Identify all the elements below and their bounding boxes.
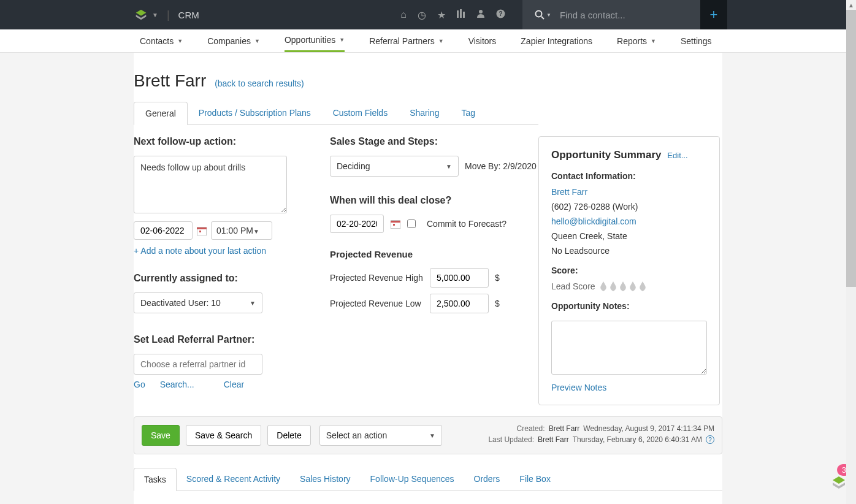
rev-high-input[interactable] <box>430 268 489 288</box>
audit-info: Created: Brett Farr Wednesday, August 9,… <box>488 424 714 446</box>
tab-scored-activity[interactable]: Scored & Recent Activity <box>177 468 290 491</box>
stage-heading: Sales Stage and Steps: <box>330 136 538 147</box>
commit-label: Commit to Forecast? <box>427 219 506 229</box>
contact-name-link[interactable]: Brett Farr <box>551 187 587 197</box>
created-label: Created: <box>517 424 545 433</box>
flame-icon <box>629 281 637 291</box>
svg-rect-13 <box>393 224 395 226</box>
close-heading: When will this deal close? <box>330 195 538 206</box>
rev-low-input[interactable] <box>430 294 489 313</box>
revenue-heading: Projected Revenue <box>330 249 538 259</box>
tab-tag[interactable]: Tag <box>450 102 486 124</box>
search-icon[interactable]: ▼ <box>535 10 551 20</box>
app-title: CRM <box>178 10 199 20</box>
contact-info-heading: Contact Information: <box>551 171 707 181</box>
assigned-select[interactable]: Deactivated User: 10▼ <box>134 292 262 313</box>
followup-heading: Next follow-up action: <box>134 136 318 147</box>
stage-select[interactable]: Deciding▼ <box>330 156 459 177</box>
currency-label: $ <box>495 273 500 283</box>
nav-referral-partners[interactable]: Referral Partners▼ <box>369 29 444 52</box>
followup-textarea[interactable]: Needs follow up about drills <box>134 156 287 213</box>
close-date-input[interactable] <box>330 215 384 233</box>
commit-checkbox[interactable] <box>407 220 416 228</box>
nav-opportunities[interactable]: Opportunities▼ <box>285 29 345 52</box>
tab-general[interactable]: General <box>134 102 188 125</box>
chevron-down-icon: ▼ <box>438 38 444 44</box>
calendar-icon[interactable] <box>390 218 401 229</box>
search-input[interactable] <box>560 10 670 20</box>
tab-tasks[interactable]: Tasks <box>134 468 177 491</box>
app-logo-icon <box>831 475 846 490</box>
help-icon[interactable]: ? <box>496 9 505 21</box>
tab-sales-history[interactable]: Sales History <box>290 468 360 491</box>
nav-zapier[interactable]: Zapier Integrations <box>521 29 592 52</box>
star-icon[interactable]: ★ <box>437 9 446 21</box>
opportunity-notes-textarea[interactable] <box>551 321 707 375</box>
main-content: Brett Farr (back to search results) Gene… <box>134 53 722 504</box>
delete-button[interactable]: Delete <box>267 425 310 446</box>
lead-score-label: Lead Score <box>551 281 595 291</box>
nav-settings[interactable]: Settings <box>681 29 712 52</box>
tab-custom-fields[interactable]: Custom Fields <box>322 102 399 124</box>
logo-block[interactable]: ▼ <box>135 9 158 21</box>
tab-products[interactable]: Products / Subscription Plans <box>188 102 322 124</box>
scroll-thumb[interactable] <box>846 10 856 287</box>
rev-low-label: Projected Revenue Low <box>330 299 424 308</box>
svg-rect-2 <box>463 12 465 18</box>
scroll-up-arrow[interactable]: ▲ <box>846 0 856 10</box>
top-header: ▼ | CRM ⌂ ◷ ★ ? ▼ + <box>0 0 856 29</box>
clock-icon[interactable]: ◷ <box>418 9 426 21</box>
svg-point-6 <box>536 11 542 17</box>
scrollbar[interactable]: ▲ <box>846 0 856 504</box>
bottom-tabs: Tasks Scored & Recent Activity Sales His… <box>134 468 722 491</box>
flame-icon <box>609 281 617 291</box>
lead-partner-input[interactable] <box>134 354 262 375</box>
info-icon[interactable]: ? <box>706 435 714 444</box>
nav-bar: Contacts▼ Companies▼ Opportunities▼ Refe… <box>0 29 856 53</box>
followup-date-input[interactable] <box>134 221 193 240</box>
add-note-link[interactable]: + Add a note about your last action <box>134 246 318 256</box>
chevron-down-icon: ▼ <box>651 38 656 44</box>
nav-reports[interactable]: Reports▼ <box>617 29 656 52</box>
home-icon[interactable]: ⌂ <box>400 9 407 20</box>
save-button[interactable]: Save <box>142 425 180 446</box>
lead-score-flames <box>599 281 647 291</box>
flame-icon <box>599 281 608 291</box>
followup-time-select[interactable]: 01:00 PM▼ <box>211 221 272 240</box>
nav-visitors[interactable]: Visitors <box>468 29 497 52</box>
contact-leadsource: No Leadsource <box>551 246 707 256</box>
tab-followup-sequences[interactable]: Follow-Up Sequences <box>361 468 464 491</box>
svg-rect-0 <box>457 10 459 18</box>
action-select[interactable]: Select an action▼ <box>319 425 442 446</box>
app-logo-icon <box>135 9 147 21</box>
svg-rect-1 <box>460 9 462 18</box>
lead-go-link[interactable]: Go <box>134 380 145 389</box>
nav-contacts[interactable]: Contacts▼ <box>140 29 183 52</box>
save-search-button[interactable]: Save & Search <box>186 425 261 446</box>
move-by-text: Move By: 2/9/2020 <box>465 161 537 171</box>
notification-widget[interactable]: 3 <box>831 475 846 492</box>
preview-notes-link[interactable]: Preview Notes <box>551 383 707 392</box>
bars-icon[interactable] <box>457 9 465 20</box>
divider: | <box>167 9 170 21</box>
contact-location: Queen Creek, State <box>551 231 707 241</box>
search-area: ▼ <box>522 0 700 29</box>
lead-search-link[interactable]: Search... <box>160 380 194 389</box>
tab-sharing[interactable]: Sharing <box>399 102 450 124</box>
svg-rect-10 <box>199 231 201 232</box>
rev-high-label: Projected Revenue High <box>330 273 424 283</box>
contact-email-link[interactable]: hello@blickdigital.com <box>551 216 636 226</box>
user-icon[interactable] <box>476 9 485 20</box>
summary-edit-link[interactable]: Edit... <box>667 151 687 160</box>
calendar-icon[interactable] <box>196 225 207 236</box>
tab-orders[interactable]: Orders <box>464 468 510 491</box>
add-button[interactable]: + <box>700 0 727 29</box>
page-title: Brett Farr <box>134 71 206 91</box>
assigned-heading: Currently assigned to: <box>134 273 318 284</box>
lead-clear-link[interactable]: Clear <box>224 380 244 389</box>
back-to-results-link[interactable]: (back to search results) <box>215 78 304 88</box>
opportunity-summary-panel: Opportunity Summary Edit... Contact Info… <box>538 136 720 405</box>
nav-companies[interactable]: Companies▼ <box>207 29 260 52</box>
tab-file-box[interactable]: File Box <box>510 468 560 491</box>
updated-label: Last Updated: <box>488 435 534 444</box>
